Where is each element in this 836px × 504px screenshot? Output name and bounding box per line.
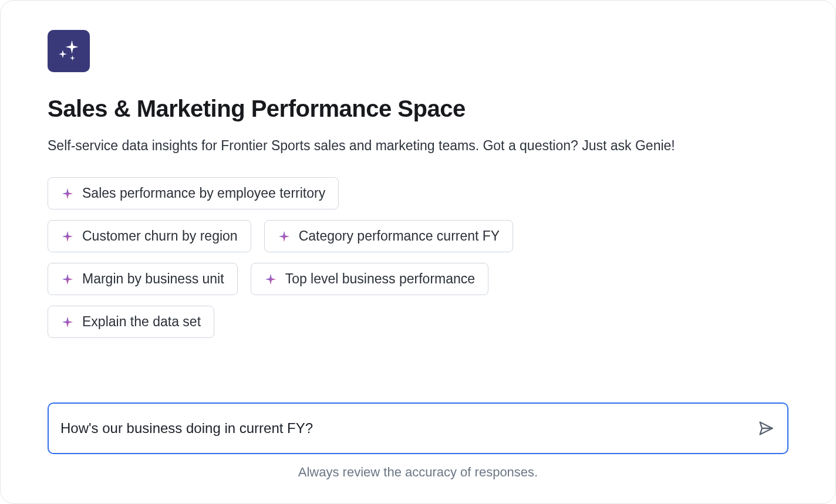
chip-label: Margin by business unit <box>82 271 224 287</box>
sparkle-icon <box>61 273 74 286</box>
suggestion-chip-top-level[interactable]: Top level business performance <box>251 263 488 295</box>
query-input[interactable] <box>60 420 747 437</box>
chip-row: Customer churn by region Category perfor… <box>48 220 788 252</box>
chip-label: Category performance current FY <box>299 228 500 244</box>
chip-row: Sales performance by employee territory <box>48 177 788 209</box>
page-title: Sales & Marketing Performance Space <box>48 96 788 122</box>
chip-label: Top level business performance <box>285 271 475 287</box>
genie-logo <box>48 30 90 72</box>
sparkle-icon <box>61 316 74 329</box>
genie-card: Sales & Marketing Performance Space Self… <box>0 0 836 504</box>
suggestion-chip-margin[interactable]: Margin by business unit <box>48 263 238 295</box>
sparkle-icon <box>61 187 74 200</box>
suggestion-chip-sales-performance[interactable]: Sales performance by employee territory <box>48 177 339 209</box>
page-subtitle: Self-service data insights for Frontier … <box>48 136 788 155</box>
chip-label: Customer churn by region <box>82 228 238 244</box>
suggestion-chip-explain-data[interactable]: Explain the data set <box>48 306 214 338</box>
chip-label: Sales performance by employee territory <box>82 185 325 201</box>
sparkle-icon <box>61 230 74 243</box>
chip-row: Explain the data set <box>48 306 788 338</box>
sparkle-cluster-icon <box>56 38 82 64</box>
spacer <box>48 361 788 402</box>
query-input-container <box>48 402 788 454</box>
chip-row: Margin by business unit Top level busine… <box>48 263 788 295</box>
send-icon <box>758 420 774 437</box>
chip-label: Explain the data set <box>82 314 201 330</box>
disclaimer-text: Always review the accuracy of responses. <box>48 465 788 480</box>
suggestion-chip-category-performance[interactable]: Category performance current FY <box>264 220 514 252</box>
send-button[interactable] <box>757 419 776 438</box>
suggestion-chip-customer-churn[interactable]: Customer churn by region <box>48 220 251 252</box>
suggestion-chips: Sales performance by employee territory … <box>48 177 788 338</box>
sparkle-icon <box>264 273 277 286</box>
sparkle-icon <box>278 230 291 243</box>
